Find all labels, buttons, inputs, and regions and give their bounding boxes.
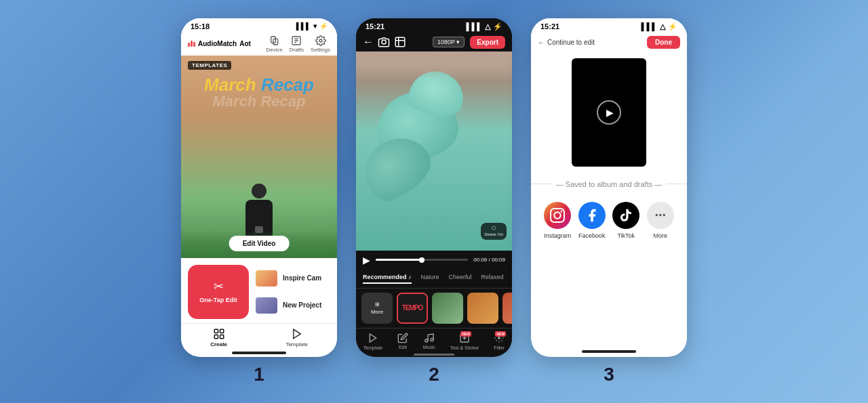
s1-title-line2: Recap — [261, 75, 314, 95]
s2-text-sticker-new-badge: NEW — [460, 331, 471, 337]
s2-music-thumb-2 — [467, 293, 498, 324]
s3-topbar: ← Continue to edit Done — [531, 33, 687, 51]
s3-facebook-icon — [578, 202, 606, 229]
svg-rect-10 — [220, 335, 223, 338]
s1-settings-btn[interactable]: Settings — [311, 35, 330, 53]
s1-time: 15:18 — [191, 22, 210, 30]
svg-rect-13 — [395, 37, 405, 47]
s1-number: 1 — [254, 364, 264, 385]
new-project-thumb — [256, 297, 277, 314]
s2-number: 2 — [429, 364, 439, 385]
s3-back-area[interactable]: ← Continue to edit — [538, 39, 595, 46]
inspire-thumb — [256, 270, 277, 287]
s2-music-item-3[interactable] — [467, 293, 498, 324]
s2-tab-nature[interactable]: Nature — [421, 274, 439, 284]
signal-icon: ▌▌▌ — [296, 22, 311, 30]
s2-filter-label: Filter — [494, 345, 505, 350]
s1-navbar: Create Template — [181, 323, 337, 350]
s2-sticker-btn[interactable]: ⬡ Sticker On — [481, 223, 507, 240]
instagram-logo-icon — [550, 208, 565, 223]
s3-facebook-label: Facebook — [578, 232, 606, 239]
s1-new-project-btn[interactable]: New Project — [256, 295, 330, 316]
s2-tab-relaxed[interactable]: Relaxed — [481, 274, 504, 284]
facebook-logo-icon — [585, 208, 599, 223]
s1-topbar-icons: Device Drafts Settings — [266, 35, 330, 53]
s2-export-btn[interactable]: Export — [470, 36, 505, 49]
s2-music-label: Music — [423, 345, 435, 349]
s2-tab-recommended[interactable]: Recommended ♪ — [363, 274, 412, 284]
s1-one-tap-btn[interactable]: ✂ One-Tap Edit — [188, 265, 249, 319]
scissors-icon: ✂ — [214, 279, 224, 294]
screen3-wrapper: 15:21 ▌▌▌ △ ⚡ ← Continue to edit Done ▶ — [531, 18, 687, 385]
s1-device-btn[interactable]: Device — [266, 35, 282, 53]
s2-music-item-4[interactable] — [502, 293, 512, 324]
s3-more-icon: ··· — [647, 202, 674, 229]
s3-play-btn[interactable]: ▶ — [597, 100, 621, 125]
s2-edit-icon — [397, 333, 408, 343]
s2-time-display: 00:09 / 00:09 — [473, 257, 505, 263]
s2-text-sticker-icon-wrap: NEW — [459, 333, 470, 344]
s2-nav-edit[interactable]: Edit — [397, 333, 408, 350]
s1-create-label: Create — [210, 341, 227, 347]
s2-status-bar: 15:21 ▌▌▌ △ ⚡ — [356, 18, 512, 33]
s3-share-row: Instagram Facebook TikTok ··· — [531, 195, 687, 246]
s2-topbar: ← 1080P ▾ Export — [356, 33, 512, 51]
s2-music-item-2[interactable] — [432, 293, 463, 324]
s2-signal-icon: ▌▌▌ — [467, 22, 482, 30]
s3-signal-icon: ▌▌▌ — [642, 22, 657, 30]
tempo-thumb: TEMPO — [398, 294, 427, 322]
s2-back-btn[interactable]: ← — [363, 36, 374, 48]
s2-progress-dot — [419, 257, 425, 263]
s3-video-preview[interactable]: ▶ — [572, 58, 646, 167]
svg-point-22 — [498, 337, 500, 339]
s2-nav-template[interactable]: Template — [363, 333, 382, 350]
s1-hero-title-bg: March Recap — [181, 93, 337, 110]
s3-share-tiktok[interactable]: TikTok — [612, 202, 639, 239]
s3-share-facebook[interactable]: Facebook — [578, 202, 606, 239]
s1-nav-template[interactable]: Template — [285, 328, 307, 347]
s2-bottom-nav: Template Edit Music NEW Text & Sticker — [356, 328, 512, 352]
s1-edit-video-btn[interactable]: Edit Video — [229, 236, 290, 251]
s3-instagram-label: Instagram — [544, 232, 571, 239]
s2-nav-text-sticker[interactable]: NEW Text & Sticker — [450, 333, 479, 350]
s3-done-btn[interactable]: Done — [647, 36, 680, 49]
s1-inspire-cam-btn[interactable]: Inspire Cam — [256, 268, 330, 289]
svg-point-17 — [425, 339, 428, 342]
s2-video-preview: ⬡ Sticker On — [356, 51, 512, 251]
s1-audiomatch-label: AudioMatch — [198, 40, 237, 47]
s2-template-icon-wrap — [368, 333, 378, 344]
s3-number: 3 — [604, 364, 614, 385]
s3-back-label: Continue to edit — [547, 39, 595, 46]
figure-head — [252, 184, 267, 198]
s2-resolution-selector[interactable]: 1080P ▾ — [433, 37, 465, 47]
screen1: 15:18 ▌▌▌ ▾ ⚡ AudioMatch Aot — [181, 18, 337, 357]
wifi-icon: ▾ — [313, 22, 317, 30]
svg-point-6 — [319, 39, 322, 42]
s2-nav-filter[interactable]: NEW Filter — [494, 333, 505, 350]
s1-drafts-btn[interactable]: Drafts — [290, 35, 304, 53]
s2-crop-icon — [394, 36, 406, 48]
s3-instagram-icon — [544, 202, 571, 229]
s2-status-icons: ▌▌▌ △ ⚡ — [467, 22, 502, 31]
s2-music-tabs: Recommended ♪ Nature Cheerful Relaxed — [356, 270, 512, 289]
s2-music-more[interactable]: ⊞ More — [361, 293, 393, 324]
s1-hero-figure — [239, 184, 279, 238]
s2-progress-bar[interactable] — [376, 259, 468, 261]
s2-tab-cheerful[interactable]: Cheerful — [449, 274, 472, 284]
more-icon: ⊞ — [375, 301, 380, 307]
s2-play-btn[interactable]: ▶ — [363, 255, 370, 266]
s2-nav-music[interactable]: Music — [423, 333, 435, 350]
s2-edit-label: Edit — [399, 345, 407, 349]
s2-player: ▶ 00:09 / 00:09 — [356, 251, 512, 270]
s1-actions: ✂ One-Tap Edit Inspire Cam New Project — [181, 258, 337, 323]
s1-nav-create[interactable]: Create — [210, 328, 227, 347]
s2-template-label: Template — [363, 345, 382, 350]
s3-share-instagram[interactable]: Instagram — [544, 202, 571, 239]
s2-filter-icon-wrap: NEW — [494, 333, 505, 344]
s3-share-more[interactable]: ··· More — [647, 202, 674, 239]
s2-music-tempo[interactable]: TEMPO — [397, 293, 428, 324]
s1-home-indicator — [232, 352, 286, 354]
svg-marker-16 — [370, 334, 376, 342]
s2-filter-new-badge: NEW — [495, 331, 506, 337]
svg-point-18 — [431, 338, 433, 341]
